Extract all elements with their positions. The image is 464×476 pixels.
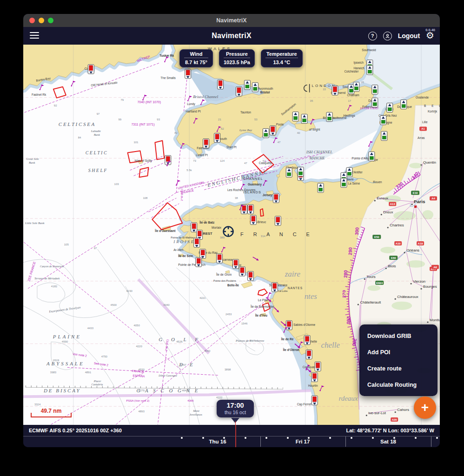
depth-sounding: 1546	[241, 322, 248, 325]
red-buoy-icon[interactable]	[286, 321, 292, 330]
red-buoy-icon[interactable]	[272, 283, 278, 292]
timeline-cursor[interactable]	[235, 425, 236, 447]
wind-badge[interactable]: Wind 8.7 kt 75°	[179, 49, 213, 67]
place-label: Arras	[418, 136, 424, 139]
red-buoy-icon[interactable]	[236, 87, 242, 96]
red-buoy-icon[interactable]	[239, 267, 245, 276]
green-buoy-icon[interactable]	[372, 85, 378, 94]
place-label: Colchester	[344, 70, 359, 73]
green-buoy-icon[interactable]	[263, 129, 269, 138]
close-window-button[interactable]	[29, 18, 35, 23]
compass-bearing-label: 300	[354, 227, 359, 235]
timeline-dot[interactable]	[202, 437, 204, 439]
red-buoy-icon[interactable]	[315, 362, 321, 371]
maximize-window-button[interactable]	[48, 18, 53, 23]
red-buoy-icon[interactable]	[217, 254, 223, 263]
timeline-dot[interactable]	[372, 437, 374, 439]
green-buoy-icon[interactable]	[369, 152, 375, 161]
red-buoy-icon[interactable]	[218, 80, 224, 89]
logout-button[interactable]: Logout	[398, 32, 420, 40]
red-buoy-icon[interactable]	[304, 336, 310, 345]
sea-area-label: Bank	[29, 161, 35, 164]
red-buoy-icon[interactable]	[232, 259, 239, 269]
place-label: La Loire	[278, 290, 288, 292]
green-buoy-icon[interactable]	[401, 100, 407, 109]
green-buoy-icon[interactable]	[244, 80, 250, 90]
chart-note-label: 4366	[187, 399, 194, 402]
app-window: NavimetriX NavimetriX 0.0.40 ? Logout ⚙ …	[23, 14, 440, 447]
green-buoy-icon[interactable]	[346, 167, 352, 177]
red-buoy-icon[interactable]	[191, 223, 197, 232]
red-buoy-icon[interactable]	[214, 133, 220, 142]
red-buoy-icon[interactable]	[88, 65, 94, 74]
red-buoy-icon[interactable]	[332, 86, 338, 95]
green-buoy-icon[interactable]	[301, 114, 307, 124]
timeline-dot[interactable]	[287, 437, 289, 439]
menu-icon[interactable]	[30, 32, 39, 40]
red-buoy-icon[interactable]	[185, 69, 191, 79]
menu-item-calculate-routing[interactable]: Calculate Routing	[359, 377, 437, 393]
osm-city-dot	[395, 411, 396, 413]
green-buoy-icon[interactable]	[381, 131, 387, 140]
road-shield-label: A10	[396, 242, 401, 245]
place-label: Île de Groix	[216, 272, 232, 276]
green-buoy-icon[interactable]	[292, 112, 298, 121]
green-buoy-icon[interactable]	[353, 82, 359, 92]
add-fab-button[interactable]: +	[414, 397, 436, 419]
red-buoy-icon[interactable]	[273, 193, 279, 203]
pressure-badge[interactable]: Pressure 1023.5 hPa	[219, 49, 255, 67]
minimize-window-button[interactable]	[39, 18, 44, 23]
green-buoy-icon[interactable]	[341, 178, 347, 187]
menu-item-add-poi[interactable]: Add POI	[359, 344, 437, 360]
green-buoy-icon[interactable]	[298, 167, 304, 176]
road-shield-label: E19	[413, 192, 418, 194]
help-icon[interactable]: ?	[368, 32, 377, 40]
red-buoy-icon[interactable]	[194, 238, 200, 247]
red-buoy-icon[interactable]	[275, 216, 281, 225]
osm-city-label: Quentin	[423, 160, 436, 165]
timeline-dot[interactable]	[415, 437, 417, 439]
temperature-badge[interactable]: Temperature 13.4 °C	[261, 49, 303, 67]
green-buoy-icon[interactable]	[372, 98, 378, 107]
timeline-scrubber[interactable]: Thu 16Fri 17Sat 18	[23, 425, 440, 447]
place-label: Bristol	[260, 91, 270, 94]
red-buoy-icon[interactable]	[306, 350, 312, 359]
time-indicator-popup[interactable]: 17:00 thu 16 oct	[217, 400, 254, 417]
timeline-dot[interactable]	[329, 437, 331, 439]
chart-note-label: 2°W (8'E)	[180, 189, 183, 201]
red-buoy-icon[interactable]	[312, 372, 318, 382]
green-buoy-icon[interactable]	[326, 112, 332, 122]
place-label: Harwich	[353, 66, 365, 70]
place-label: Poole	[276, 123, 284, 126]
green-buoy-icon[interactable]	[318, 183, 324, 192]
red-buoy-icon[interactable]	[247, 205, 253, 214]
timeline-dot[interactable]	[351, 437, 352, 439]
timeline-dot[interactable]	[436, 437, 438, 439]
red-buoy-icon[interactable]	[312, 396, 318, 405]
timeline-dot[interactable]	[265, 437, 267, 439]
red-buoy-icon[interactable]	[247, 271, 253, 281]
green-buoy-icon[interactable]	[380, 116, 386, 125]
chart-map-area[interactable]: C E L T I C S E ALabadieBankC E L T I CS…	[23, 45, 440, 425]
green-buoy-icon[interactable]	[387, 103, 393, 112]
green-buoy-icon[interactable]	[252, 83, 258, 92]
sea-area-label: S H E L F	[88, 168, 107, 173]
red-buoy-icon[interactable]	[270, 126, 276, 135]
settings-gear-icon[interactable]: ⚙	[426, 31, 434, 40]
place-label: CHANNEL	[243, 177, 263, 181]
road-shield-label: A20	[392, 418, 398, 421]
red-buoy-icon[interactable]	[250, 215, 256, 225]
menu-item-create-route[interactable]: Create route	[359, 360, 437, 377]
green-buoy-icon[interactable]	[367, 66, 373, 75]
green-buoy-icon[interactable]	[286, 168, 292, 177]
timeline-dot[interactable]	[181, 437, 183, 439]
red-buoy-icon[interactable]	[200, 249, 206, 258]
account-icon[interactable]	[383, 32, 392, 40]
place-label: Start Pt	[226, 145, 237, 149]
menu-item-download-grib[interactable]: Download GRIB	[359, 328, 437, 344]
depth-sounding: 4526	[176, 340, 183, 343]
timeline-dot[interactable]	[245, 437, 246, 439]
red-buoy-icon[interactable]	[196, 258, 202, 267]
red-buoy-icon[interactable]	[203, 139, 209, 148]
place-label: The Smalls	[160, 76, 175, 79]
